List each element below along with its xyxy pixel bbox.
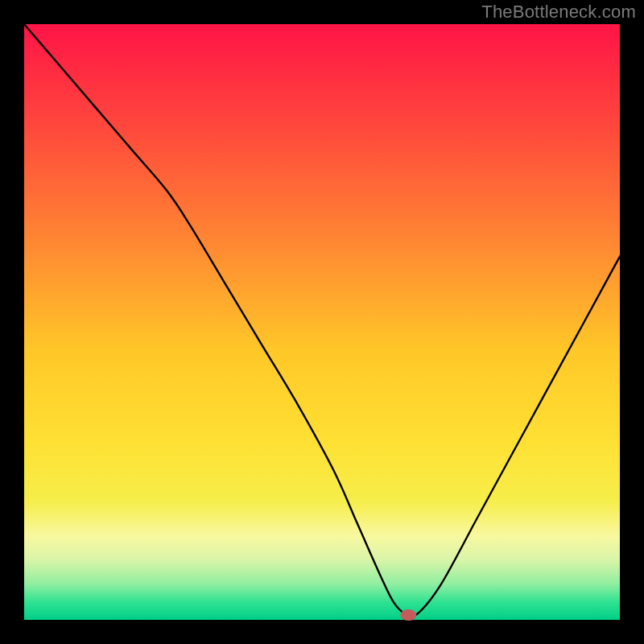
plot-background	[24, 24, 620, 620]
bottleneck-chart	[0, 0, 644, 644]
chart-frame: TheBottleneck.com	[0, 0, 644, 644]
watermark-text: TheBottleneck.com	[481, 2, 636, 23]
optimal-marker	[400, 609, 416, 621]
